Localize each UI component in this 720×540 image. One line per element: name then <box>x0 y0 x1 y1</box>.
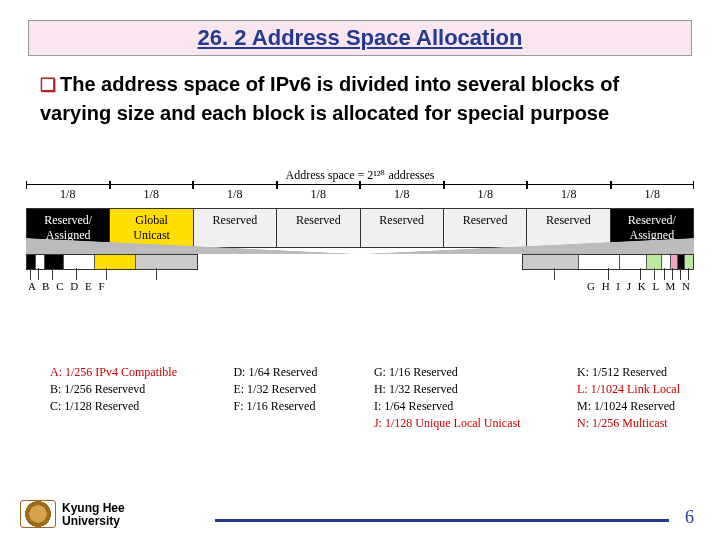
address-space-diagram: Address space = 2¹²⁸ addresses 1/81/81/8… <box>26 168 694 323</box>
body-text: The address space of IPv6 is divided int… <box>40 73 619 124</box>
main-bar: Reserved/AssignedGlobalUnicastReservedRe… <box>26 208 694 248</box>
body-paragraph: ❑The address space of IPv6 is divided in… <box>40 70 684 128</box>
legend-item: J: 1/128 Unique Local Unicast <box>374 416 521 431</box>
legend-item: N: 1/256 Multicast <box>577 416 680 431</box>
legend-item: C: 1/128 Reserved <box>50 399 177 414</box>
legend-item: B: 1/256 Reservevd <box>50 382 177 397</box>
slide-footer: Kyung HeeUniversity 6 <box>20 500 700 528</box>
bar-segment: GlobalUnicast <box>110 208 193 248</box>
legend-col-2: D: 1/64 ReservedE: 1/32 ReservedF: 1/16 … <box>233 365 317 431</box>
bar-segment: Reserved <box>277 208 360 248</box>
letters-left: A B C D E F <box>28 280 107 292</box>
slide-title: 26. 2 Address Space Allocation <box>198 25 523 50</box>
legend-col-4: K: 1/512 ReservedL: 1/1024 Link LocalM: … <box>577 365 680 431</box>
slide-title-bar: 26. 2 Address Space Allocation <box>28 20 692 56</box>
legend-col-3: G: 1/16 ReservedH: 1/32 ReservedI: 1/64 … <box>374 365 521 431</box>
ticks-right <box>524 268 694 280</box>
legend-item: I: 1/64 Reserved <box>374 399 521 414</box>
legend-item: D: 1/64 Reserved <box>233 365 317 380</box>
university-name: Kyung HeeUniversity <box>62 502 125 528</box>
legend-item: E: 1/32 Reserved <box>233 382 317 397</box>
university-logo-icon <box>20 500 56 528</box>
bar-segment: Reserved <box>527 208 610 248</box>
legend-item: F: 1/16 Reserved <box>233 399 317 414</box>
bullet-icon: ❑ <box>40 75 60 95</box>
legend-item: L: 1/1024 Link Local <box>577 382 680 397</box>
legend-col-1: A: 1/256 IPv4 CompatibleB: 1/256 Reserve… <box>50 365 177 431</box>
legend: A: 1/256 IPv4 CompatibleB: 1/256 Reserve… <box>50 365 680 431</box>
bar-segment: Reserved <box>444 208 527 248</box>
legend-item: A: 1/256 IPv4 Compatible <box>50 365 177 380</box>
letters-right: G H I J K L M N <box>587 280 692 292</box>
legend-item: M: 1/1024 Reserved <box>577 399 680 414</box>
footer-rule <box>215 519 669 522</box>
bar-segment: Reserved <box>361 208 444 248</box>
fraction-row: 1/81/81/81/81/81/81/81/8 <box>26 184 694 202</box>
page-number: 6 <box>685 507 700 528</box>
legend-item: K: 1/512 Reserved <box>577 365 680 380</box>
legend-item: H: 1/32 Reserved <box>374 382 521 397</box>
bar-segment: Reserved <box>194 208 277 248</box>
ticks-left <box>26 268 196 280</box>
legend-item: G: 1/16 Reserved <box>374 365 521 380</box>
